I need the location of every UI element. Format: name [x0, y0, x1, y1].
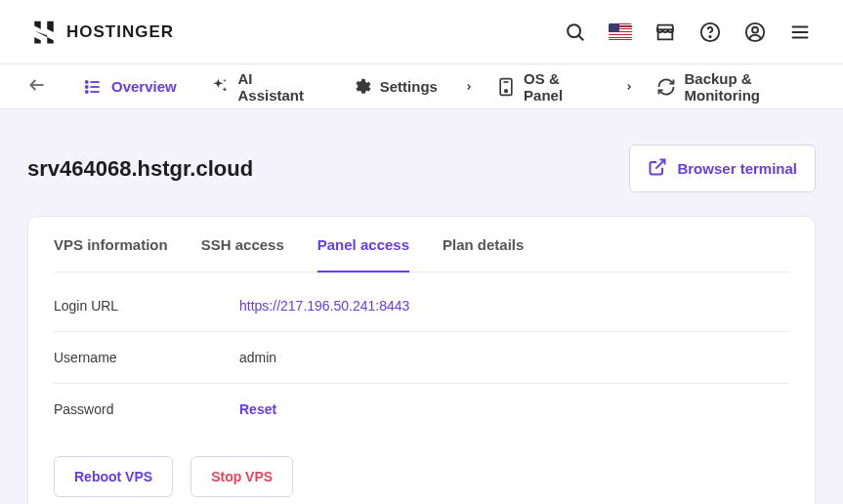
svg-point-18 — [504, 89, 507, 92]
nav-ai-assistant-label: AI Assistant — [237, 70, 316, 104]
nav-ai-assistant[interactable]: AI Assistant — [202, 63, 325, 111]
nav-backup-monitoring[interactable]: Backup & Monitoring — [649, 63, 831, 111]
nav-overview[interactable]: Overview — [74, 68, 185, 105]
stop-vps-button[interactable]: Stop VPS — [190, 456, 293, 497]
sparkle-icon — [210, 76, 231, 98]
tab-ssh-access[interactable]: SSH access — [201, 217, 284, 273]
help-icon[interactable] — [698, 21, 722, 44]
browser-terminal-label: Browser terminal — [677, 160, 797, 177]
username-label: Username — [54, 350, 239, 365]
chevron-right-icon — [463, 81, 474, 93]
tab-vps-information[interactable]: VPS information — [54, 217, 168, 273]
login-url-link[interactable]: https://217.196.50.241:8443 — [239, 298, 409, 314]
brand-text: HOSTINGER — [66, 22, 174, 42]
nav-os-panel[interactable]: OS & Panel — [487, 63, 606, 111]
search-icon[interactable] — [564, 21, 587, 44]
login-url-label: Login URL — [54, 298, 239, 314]
nav-os-panel-label: OS & Panel — [524, 70, 598, 104]
list-icon — [82, 76, 104, 98]
username-value: admin — [239, 350, 276, 365]
vps-actions: Reboot VPS Stop VPS — [54, 456, 789, 497]
password-reset-link[interactable]: Reset — [239, 401, 276, 417]
nav-backup-monitoring-label: Backup & Monitoring — [684, 70, 823, 104]
vps-card: VPS information SSH access Panel access … — [27, 216, 816, 504]
external-link-icon — [648, 157, 667, 180]
nav-settings[interactable]: Settings — [343, 68, 445, 105]
svg-point-3 — [709, 35, 710, 36]
hostinger-logo-icon — [31, 20, 57, 45]
tab-plan-details[interactable]: Plan details — [443, 217, 524, 273]
nav-overview-label: Overview — [111, 78, 177, 95]
svg-point-5 — [752, 26, 758, 32]
nav-settings-label: Settings — [380, 78, 438, 95]
row-username: Username admin — [54, 332, 789, 384]
page-header: srv464068.hstgr.cloud Browser terminal — [27, 145, 816, 192]
svg-point-14 — [86, 86, 88, 88]
reboot-vps-button[interactable]: Reboot VPS — [54, 456, 173, 497]
svg-line-1 — [578, 35, 583, 40]
top-header: HOSTINGER — [0, 0, 843, 64]
locale-flag-us[interactable] — [609, 21, 632, 44]
account-icon[interactable] — [743, 21, 767, 44]
chevron-right-icon — [623, 81, 634, 93]
server-icon — [495, 76, 516, 98]
row-login-url: Login URL https://217.196.50.241:8443 — [54, 280, 789, 332]
refresh-icon — [656, 76, 677, 98]
nav-back-icon[interactable] — [23, 71, 51, 103]
secondary-nav: Overview AI Assistant Settings OS & Pane… — [0, 64, 843, 109]
panel-access-rows: Login URL https://217.196.50.241:8443 Us… — [54, 273, 789, 435]
password-label: Password — [54, 401, 239, 417]
tab-panel-access[interactable]: Panel access — [317, 217, 409, 273]
browser-terminal-button[interactable]: Browser terminal — [629, 145, 816, 192]
card-tabs: VPS information SSH access Panel access … — [54, 217, 789, 273]
page-title: srv464068.hstgr.cloud — [27, 156, 253, 182]
page-content: srv464068.hstgr.cloud Browser terminal V… — [0, 109, 843, 504]
svg-line-19 — [656, 160, 665, 169]
svg-point-15 — [86, 91, 88, 93]
header-actions — [564, 21, 812, 44]
row-password: Password Reset — [54, 384, 789, 435]
svg-point-0 — [568, 24, 580, 37]
svg-point-13 — [86, 81, 88, 83]
brand-logo[interactable]: HOSTINGER — [31, 20, 174, 45]
menu-icon[interactable] — [788, 21, 812, 44]
gear-icon — [351, 76, 372, 98]
marketplace-icon[interactable] — [653, 21, 677, 44]
